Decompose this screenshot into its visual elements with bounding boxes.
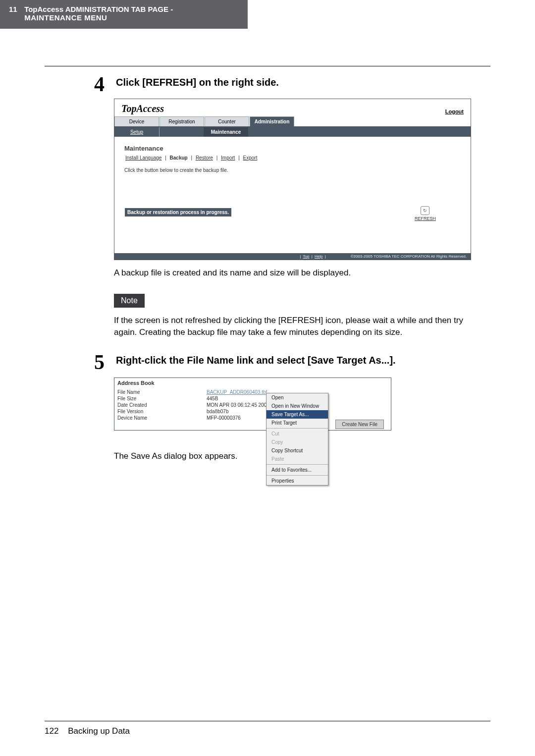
logout-link[interactable]: Logout	[445, 108, 464, 114]
address-book-heading: Address Book	[114, 378, 391, 389]
menu-separator-3	[267, 475, 328, 476]
menu-add-to-favorites[interactable]: Add to Favorites...	[267, 466, 328, 474]
refresh-icon: ↻	[421, 206, 429, 215]
note-label: Note	[114, 294, 145, 308]
chapter-header: 11 TopAccess ADMINISTRATION TAB PAGE - M…	[0, 0, 248, 29]
step-5-title: Right-click the File Name link and selec…	[116, 352, 396, 366]
refresh-label: REFRESH	[415, 216, 436, 221]
menu-copy: Copy	[267, 438, 328, 446]
tab-device[interactable]: Device	[114, 116, 159, 126]
tab-counter[interactable]: Counter	[205, 116, 249, 126]
chapter-title: TopAccess ADMINISTRATION TAB PAGE -	[24, 5, 173, 13]
foot-top-link[interactable]: Top	[303, 254, 310, 259]
backup-description: Click the button below to create the bac…	[124, 167, 461, 173]
file-name-row: File Name BACKUP_ADDR060403.tbf	[114, 389, 391, 395]
tab-administration[interactable]: Administration	[250, 116, 294, 126]
maintenance-heading: Maintenance	[124, 145, 461, 152]
step-5: 5 Right-click the File Name link and sel…	[94, 352, 490, 373]
date-created-value: MON APR 03 06:12:45 200	[207, 402, 267, 408]
date-created-row: Date Created MON APR 03 06:12:45 200	[114, 402, 391, 408]
link-install-language[interactable]: Install Language	[125, 155, 161, 161]
screenshot-footer: | Top | Help | ©2003-2005 TOSHIBA TEC CO…	[114, 253, 471, 260]
note-text: If the screen is not refreshed by clicki…	[114, 315, 471, 338]
screenshot-file-table: Address Book File Name BACKUP_ADDR060403…	[114, 378, 391, 431]
create-new-file-button[interactable]: Create New File	[335, 420, 384, 429]
file-size-label: File Size	[117, 396, 207, 401]
file-version-row: File Version bda8b07b	[114, 408, 391, 415]
page-number: 122	[45, 726, 58, 736]
maintenance-links: Install Language | Backup | Restore | Im…	[124, 155, 461, 161]
file-size-value: 445B	[207, 396, 218, 401]
top-rule	[45, 66, 490, 66]
step-4: 4 Click [REFRESH] on the right side.	[94, 74, 490, 95]
subtab-setup[interactable]: Setup	[114, 127, 159, 137]
chapter-number: 11	[9, 5, 17, 13]
step-number-4: 4	[94, 74, 109, 95]
menu-save-target-as[interactable]: Save Target As...	[267, 410, 328, 419]
menu-print-target[interactable]: Print Target	[267, 419, 328, 427]
file-version-value: bda8b07b	[207, 409, 229, 414]
menu-separator-1	[267, 428, 328, 429]
menu-open[interactable]: Open	[267, 393, 328, 402]
menu-copy-shortcut[interactable]: Copy Shortcut	[267, 446, 328, 455]
file-version-label: File Version	[117, 409, 207, 414]
date-created-label: Date Created	[117, 402, 207, 408]
file-name-link[interactable]: BACKUP_ADDR060403.tbf	[207, 389, 267, 395]
page-footer: 122 Backing up Data	[45, 721, 490, 736]
link-restore[interactable]: Restore	[196, 155, 213, 161]
chapter-subtitle: MAINTENANCE MENU	[24, 13, 173, 22]
step-number-5: 5	[94, 352, 109, 373]
note-tag: Note	[114, 294, 490, 308]
menu-properties[interactable]: Properties	[267, 477, 328, 485]
footer-section: Backing up Data	[68, 726, 130, 736]
copyright-text: ©2003-2005 TOSHIBA TEC CORPORATION All R…	[351, 254, 467, 259]
context-menu: Open Open in New Window Save Target As..…	[266, 393, 328, 486]
topaccess-logo: TopAccess	[121, 103, 164, 114]
foot-help-link[interactable]: Help	[315, 254, 322, 259]
screenshot-topaccess-refresh: TopAccess Logout Device Registration Cou…	[114, 99, 471, 260]
menu-cut: Cut	[267, 430, 328, 438]
main-tabs: Device Registration Counter Administrati…	[114, 116, 471, 127]
menu-open-new-window[interactable]: Open in New Window	[267, 402, 328, 410]
subtab-blank	[159, 127, 204, 137]
device-name-value: MFP-00000376	[207, 415, 241, 421]
menu-separator-2	[267, 464, 328, 465]
menu-paste: Paste	[267, 455, 328, 463]
link-backup-current: Backup	[170, 155, 188, 161]
status-message: Backup or restoration process in progres…	[124, 208, 232, 217]
step4-result-text: A backup file is created and its name an…	[114, 267, 471, 279]
file-size-row: File Size 445B	[114, 395, 391, 402]
step-4-title: Click [REFRESH] on the right side.	[116, 74, 279, 88]
footer-rule	[45, 721, 490, 721]
link-import[interactable]: Import	[221, 155, 235, 161]
sub-tabs: Setup Maintenance	[114, 127, 471, 137]
device-name-label: Device Name	[117, 415, 207, 421]
tab-registration[interactable]: Registration	[160, 116, 204, 126]
subtab-maintenance[interactable]: Maintenance	[204, 127, 248, 137]
refresh-button[interactable]: ↻ REFRESH	[415, 206, 436, 221]
link-export[interactable]: Export	[243, 155, 258, 161]
file-name-label: File Name	[117, 389, 207, 395]
